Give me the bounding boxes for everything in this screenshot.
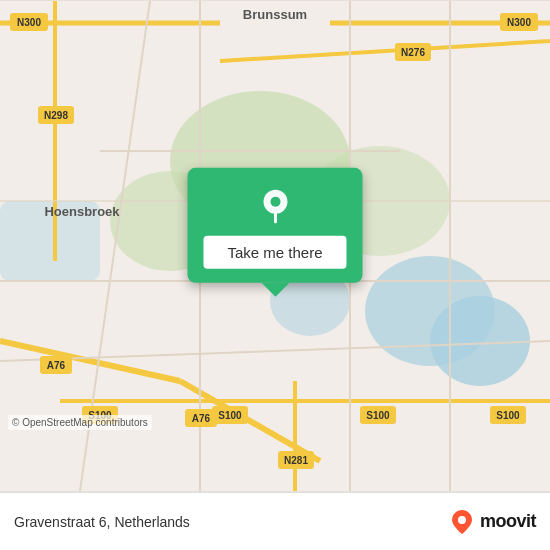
svg-text:S100: S100: [218, 410, 242, 421]
svg-text:S100: S100: [366, 410, 390, 421]
app: N300 N300 N276 N298 A76 A76 S100 S100 S1…: [0, 0, 550, 550]
svg-point-49: [270, 197, 280, 207]
svg-text:A76: A76: [47, 360, 66, 371]
address-text: Gravenstraat 6, Netherlands: [14, 514, 190, 530]
bottom-bar: Gravenstraat 6, Netherlands moovit: [0, 492, 550, 550]
svg-point-50: [458, 516, 466, 524]
moovit-wordmark: moovit: [480, 511, 536, 532]
moovit-pin-icon: [448, 508, 476, 536]
svg-text:N281: N281: [284, 455, 308, 466]
copyright-text: © OpenStreetMap contributors: [8, 415, 152, 430]
svg-text:S100: S100: [496, 410, 520, 421]
svg-point-5: [430, 296, 530, 386]
svg-text:A76: A76: [192, 413, 211, 424]
svg-text:N276: N276: [401, 47, 425, 58]
svg-text:N300: N300: [17, 17, 41, 28]
svg-text:N298: N298: [44, 110, 68, 121]
location-pin-icon: [255, 186, 295, 226]
map-container: N300 N300 N276 N298 A76 A76 S100 S100 S1…: [0, 0, 550, 492]
svg-text:Hoensbroek: Hoensbroek: [44, 204, 120, 219]
svg-text:N300: N300: [507, 17, 531, 28]
location-card[interactable]: Take me there: [188, 168, 363, 283]
moovit-logo: moovit: [448, 508, 536, 536]
svg-text:Brunssum: Brunssum: [243, 7, 307, 22]
take-me-there-button[interactable]: Take me there: [204, 236, 347, 269]
